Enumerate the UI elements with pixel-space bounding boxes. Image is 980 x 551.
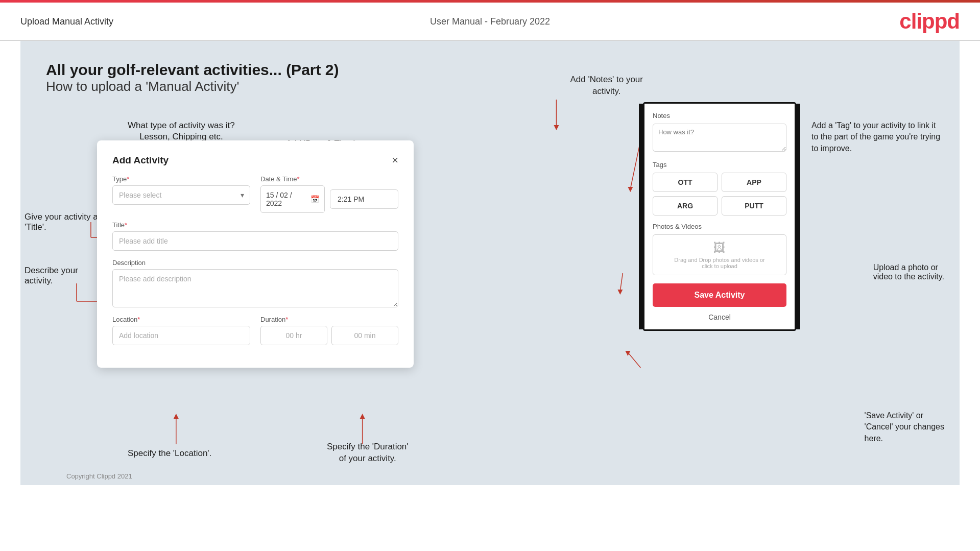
- form-group-description: Description: [112, 259, 398, 307]
- date-input[interactable]: 15 / 02 / 2022 📅: [260, 185, 325, 213]
- time-input[interactable]: 2:21 PM: [330, 189, 398, 209]
- annotation-location: Specify the 'Location'.: [128, 448, 211, 459]
- photos-section-label: Photos & Videos: [653, 223, 786, 230]
- description-textarea[interactable]: [112, 269, 398, 307]
- photos-section: Photos & Videos 🖼 Drag and Drop photos a…: [653, 223, 786, 275]
- type-label: Type*: [112, 175, 250, 183]
- calendar-icon: 📅: [310, 195, 319, 203]
- dialog-title: Add Activity: [112, 155, 169, 166]
- main-content: All your golf-relevant activities... (Pa…: [20, 41, 960, 485]
- datetime-inputs: 15 / 02 / 2022 📅 2:21 PM: [260, 185, 398, 213]
- annotation-notes: Add 'Notes' to youractivity.: [570, 74, 643, 98]
- type-select[interactable]: Please select: [112, 185, 250, 205]
- annotation-save: 'Save Activity' or'Cancel' your changesh…: [865, 410, 944, 444]
- title-label: Title*: [112, 221, 398, 229]
- svg-marker-18: [554, 125, 559, 130]
- svg-line-23: [628, 352, 640, 368]
- notes-section-label: Notes: [653, 112, 786, 119]
- page-title-main: All your golf-relevant activities... (Pa…: [46, 61, 934, 79]
- form-group-duration: Duration*: [260, 316, 398, 345]
- page-title-block: All your golf-relevant activities... (Pa…: [46, 61, 934, 94]
- form-group-location: Location*: [112, 316, 250, 345]
- svg-marker-13: [174, 414, 179, 419]
- form-group-datetime: Date & Time* 15 / 02 / 2022 📅 2:21 PM: [260, 175, 398, 213]
- form-row-location-duration: Location* Duration*: [112, 316, 398, 345]
- tags-section-label: Tags: [653, 161, 786, 169]
- phone-panel: Notes Tags OTT APP ARG PUTT Photos & Vid…: [643, 102, 796, 331]
- location-label: Location*: [112, 316, 250, 323]
- manual-title: User Manual - February 2022: [430, 16, 550, 27]
- page-breadcrumb: Upload Manual Activity: [20, 16, 113, 27]
- page-title-sub: How to upload a 'Manual Activity': [46, 79, 934, 94]
- svg-marker-20: [628, 187, 633, 192]
- location-input[interactable]: [112, 326, 250, 345]
- annotation-duration: Specify the 'Duration'of your activity.: [327, 441, 409, 465]
- tags-section: Tags OTT APP ARG PUTT: [653, 161, 786, 215]
- top-bar: Upload Manual Activity User Manual - Feb…: [0, 3, 980, 41]
- annotation-photo: Upload a photo orvideo to the activity.: [873, 263, 944, 281]
- save-activity-button[interactable]: Save Activity: [653, 283, 786, 307]
- tag-putt[interactable]: PUTT: [722, 196, 786, 215]
- photos-hint: Drag and Drop photos and videos or click…: [674, 257, 764, 269]
- add-activity-dialog: Add Activity × Type* Please select ▾: [97, 140, 414, 368]
- tags-grid: OTT APP ARG PUTT: [653, 173, 786, 215]
- copyright: Copyright Clippd 2021: [66, 472, 132, 480]
- cancel-link[interactable]: Cancel: [653, 313, 786, 321]
- tag-arg[interactable]: ARG: [653, 196, 718, 215]
- form-row-type-datetime: Type* Please select ▾ Date & Time*: [112, 175, 398, 213]
- form-group-title: Title*: [112, 221, 398, 251]
- photo-icon: 🖼: [713, 241, 726, 255]
- title-input[interactable]: [112, 231, 398, 251]
- svg-marker-16: [360, 414, 365, 419]
- annotation-describe: Describe youractivity.: [25, 266, 78, 286]
- tag-ott[interactable]: OTT: [653, 173, 718, 192]
- notes-textarea[interactable]: [653, 124, 786, 152]
- dialog-header: Add Activity ×: [112, 155, 398, 166]
- svg-line-21: [620, 273, 623, 291]
- clippd-logo: clippd: [899, 9, 960, 34]
- duration-min-input[interactable]: [331, 326, 398, 345]
- dialog-close-button[interactable]: ×: [392, 155, 398, 166]
- form-group-type: Type* Please select ▾: [112, 175, 250, 213]
- tag-app[interactable]: APP: [722, 173, 786, 192]
- duration-hr-input[interactable]: [260, 326, 327, 345]
- svg-marker-24: [625, 351, 630, 356]
- description-label: Description: [112, 259, 398, 267]
- type-select-wrapper: Please select ▾: [112, 185, 250, 205]
- annotation-give-title: Give your activity a'Title'.: [25, 212, 98, 232]
- datetime-label: Date & Time*: [260, 175, 398, 183]
- duration-label: Duration*: [260, 316, 398, 323]
- annotation-type: What type of activity was it? Lesson, Ch…: [128, 120, 235, 142]
- duration-inputs: [260, 326, 398, 345]
- annotation-tags: Add a 'Tag' to your activity to link it …: [811, 120, 944, 154]
- svg-marker-22: [617, 290, 623, 295]
- photos-dropzone[interactable]: 🖼 Drag and Drop photos and videos or cli…: [653, 234, 786, 275]
- phone-mockup: Notes Tags OTT APP ARG PUTT Photos & Vid…: [643, 102, 796, 331]
